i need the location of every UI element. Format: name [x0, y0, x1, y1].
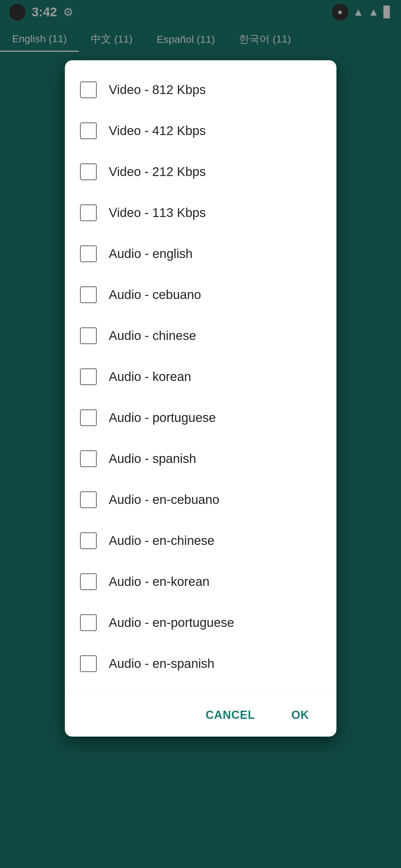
dialog-item-video-212[interactable]: Video - 212 Kbps — [65, 151, 337, 192]
dialog-item-audio-en-spanish[interactable]: Audio - en-spanish — [65, 643, 337, 684]
checkbox-video-113[interactable] — [80, 204, 97, 221]
checkbox-audio-portuguese[interactable] — [80, 409, 97, 426]
dialog-overlay: Video - 812 KbpsVideo - 412 KbpsVideo - … — [0, 0, 401, 868]
dialog-item-audio-korean[interactable]: Audio - korean — [65, 356, 337, 397]
dialog: Video - 812 KbpsVideo - 412 KbpsVideo - … — [65, 60, 337, 737]
item-label-audio-spanish: Audio - spanish — [109, 452, 196, 466]
dialog-item-audio-spanish[interactable]: Audio - spanish — [65, 438, 337, 479]
checkbox-video-812[interactable] — [80, 82, 97, 98]
item-label-video-113: Video - 113 Kbps — [109, 206, 206, 220]
item-label-audio-en-spanish: Audio - en-spanish — [109, 656, 214, 671]
item-label-audio-chinese: Audio - chinese — [109, 329, 196, 343]
dialog-footer: CANCEL OK — [65, 693, 337, 737]
item-label-audio-en-portuguese: Audio - en-portuguese — [109, 615, 234, 630]
checkbox-audio-korean[interactable] — [80, 368, 97, 385]
checkbox-audio-en-korean[interactable] — [80, 573, 97, 590]
item-label-audio-korean: Audio - korean — [109, 370, 191, 384]
dialog-item-video-812[interactable]: Video - 812 Kbps — [65, 69, 337, 110]
dialog-item-video-412[interactable]: Video - 412 Kbps — [65, 110, 337, 151]
checkbox-audio-en-portuguese[interactable] — [80, 614, 97, 631]
dialog-item-audio-english[interactable]: Audio - english — [65, 233, 337, 274]
dialog-item-audio-en-chinese[interactable]: Audio - en-chinese — [65, 520, 337, 561]
item-label-audio-en-korean: Audio - en-korean — [109, 575, 210, 589]
dialog-item-audio-cebuano[interactable]: Audio - cebuano — [65, 274, 337, 315]
item-label-video-412: Video - 412 Kbps — [109, 124, 206, 138]
dialog-list: Video - 812 KbpsVideo - 412 KbpsVideo - … — [65, 60, 337, 693]
item-label-audio-cebuano: Audio - cebuano — [109, 287, 201, 302]
checkbox-audio-en-spanish[interactable] — [80, 655, 97, 672]
dialog-item-audio-chinese[interactable]: Audio - chinese — [65, 315, 337, 356]
item-label-audio-en-cebuano: Audio - en-cebuano — [109, 493, 220, 507]
checkbox-audio-en-cebuano[interactable] — [80, 491, 97, 508]
checkbox-video-412[interactable] — [80, 122, 97, 139]
ok-button[interactable]: OK — [279, 703, 321, 727]
checkbox-audio-chinese[interactable] — [80, 327, 97, 344]
checkbox-audio-cebuano[interactable] — [80, 286, 97, 303]
checkbox-video-212[interactable] — [80, 163, 97, 180]
dialog-item-audio-en-cebuano[interactable]: Audio - en-cebuano — [65, 479, 337, 520]
item-label-audio-english: Audio - english — [109, 247, 193, 261]
checkbox-audio-spanish[interactable] — [80, 450, 97, 467]
item-label-audio-en-chinese: Audio - en-chinese — [109, 533, 214, 548]
item-label-video-812: Video - 812 Kbps — [109, 83, 206, 97]
dialog-item-video-113[interactable]: Video - 113 Kbps — [65, 192, 337, 233]
dialog-item-audio-en-korean[interactable]: Audio - en-korean — [65, 561, 337, 602]
item-label-audio-portuguese: Audio - portuguese — [109, 410, 216, 425]
item-label-video-212: Video - 212 Kbps — [109, 164, 206, 179]
checkbox-audio-en-chinese[interactable] — [80, 532, 97, 549]
dialog-item-audio-en-portuguese[interactable]: Audio - en-portuguese — [65, 602, 337, 643]
checkbox-audio-english[interactable] — [80, 245, 97, 262]
dialog-item-audio-portuguese[interactable]: Audio - portuguese — [65, 397, 337, 438]
cancel-button[interactable]: CANCEL — [193, 703, 267, 727]
